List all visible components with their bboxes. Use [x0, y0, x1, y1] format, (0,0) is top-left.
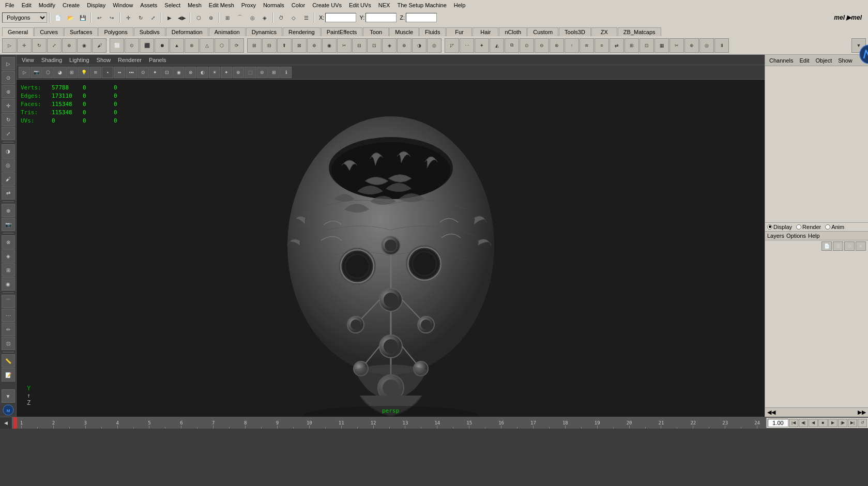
lt-paint-icon[interactable]: 🖌: [2, 172, 15, 186]
lt-ep-curve-icon[interactable]: ⋯: [2, 309, 15, 322]
shelf-poly-sphere-icon[interactable]: ⊙: [125, 38, 139, 53]
shelf-poly-cube-icon[interactable]: ⬛: [140, 38, 154, 53]
lasso-icon[interactable]: ⊛: [205, 12, 217, 23]
vp-hud-icon[interactable]: ℹ: [280, 67, 292, 78]
vp-frame-all-icon[interactable]: ⬚: [245, 67, 256, 78]
vp-menu-renderer[interactable]: Renderer: [115, 56, 145, 64]
options-btn[interactable]: Options: [786, 233, 806, 239]
shelf-poly-prism-icon[interactable]: △: [200, 38, 214, 53]
display-radio[interactable]: Display: [767, 224, 792, 230]
shelf-tab-animation[interactable]: Animation: [209, 27, 246, 36]
vp-display-quality-low-icon[interactable]: ▪: [102, 67, 113, 78]
vp-menu-shading[interactable]: Shading: [38, 56, 65, 64]
shelf-wedge-icon[interactable]: ◭: [490, 38, 504, 53]
timeline-ruler[interactable]: 1 2 3 4 5 6 7 8 9 10 11 12 13 1: [12, 417, 766, 429]
shelf-separate-icon[interactable]: ⊟: [262, 38, 277, 53]
shelf-tab-hair[interactable]: Hair: [473, 27, 498, 36]
menu-mesh[interactable]: Mesh: [185, 2, 205, 9]
shelf-sculpt-icon[interactable]: ◎: [427, 38, 441, 53]
lt-soft-mod-icon[interactable]: ◑: [2, 144, 15, 158]
loop-btn[interactable]: ↺: [858, 419, 867, 427]
shelf-tab-ncloth[interactable]: nCloth: [499, 27, 527, 36]
shelf-duplicate-face-icon[interactable]: ⧉: [505, 38, 519, 53]
goto-start-btn[interactable]: |◀: [789, 419, 798, 427]
layer-more-icon[interactable]: ▼: [856, 241, 866, 251]
outliner-icon[interactable]: ☰: [300, 12, 312, 23]
lt-skin-icon[interactable]: ◉: [2, 277, 15, 291]
shelf-relax-uv-icon[interactable]: ◎: [699, 38, 714, 53]
redo-icon[interactable]: ↪: [106, 12, 117, 23]
lt-move-icon[interactable]: ✛: [2, 99, 15, 112]
shelf-cut-uv-icon[interactable]: ✂: [669, 38, 684, 53]
menu-window[interactable]: Window: [110, 2, 136, 9]
stop-btn[interactable]: ■: [818, 419, 828, 427]
vp-fog-icon[interactable]: ≋: [90, 67, 101, 78]
vp-menu-lighting[interactable]: Lighting: [66, 56, 93, 64]
play-fwd-btn[interactable]: ▶: [828, 419, 837, 427]
frame-step-back[interactable]: ◀: [0, 417, 12, 429]
shelf-tab-painteffects[interactable]: PaintEffects: [321, 27, 363, 36]
menu-display[interactable]: Display: [84, 2, 109, 9]
vp-display-quality-high-icon[interactable]: ▪▪▪: [126, 67, 137, 78]
lt-measure-icon[interactable]: 📏: [2, 354, 15, 368]
shelf-poke-icon[interactable]: ✦: [475, 38, 489, 53]
shelf-uv-icon[interactable]: ⊞: [625, 38, 639, 53]
lt-paint-select-icon[interactable]: ⊙: [2, 71, 15, 84]
shelf-merge-icon[interactable]: ⊕: [397, 38, 412, 53]
lt-three-pt-icon[interactable]: ⊡: [2, 337, 15, 350]
menu-create-uvs[interactable]: Create UVs: [309, 2, 345, 9]
hypershade-icon[interactable]: ◇: [288, 12, 299, 23]
shelf-tab-custom[interactable]: Custom: [527, 27, 558, 36]
play-back-btn[interactable]: ◀: [809, 419, 818, 427]
shelf-tab-toon[interactable]: Toon: [363, 27, 389, 36]
snap-point-icon[interactable]: ◎: [247, 12, 258, 23]
vp-display-quality-med-icon[interactable]: ▪▪: [114, 67, 125, 78]
vp-isolate-icon[interactable]: ⊜: [256, 67, 268, 78]
menu-assets[interactable]: Assets: [137, 2, 160, 9]
menu-select[interactable]: Select: [161, 2, 184, 9]
shelf-combine-icon[interactable]: ⊞: [247, 38, 262, 53]
vp-shaded-wire-icon[interactable]: ⊡: [161, 67, 173, 78]
nav-next[interactable]: ▶▶: [858, 409, 866, 416]
shelf-layout-uv-icon[interactable]: ▦: [654, 38, 669, 53]
vp-menu-view[interactable]: View: [19, 56, 37, 64]
shelf-tab-surfaces[interactable]: Surfaces: [64, 27, 98, 36]
shelf-transfer-icon[interactable]: ⇄: [610, 38, 624, 53]
new-layer-icon[interactable]: 📄: [821, 241, 832, 251]
lt-joint-icon[interactable]: ◈: [2, 249, 15, 263]
vp-show-all-icon[interactable]: ◉: [173, 67, 185, 78]
shelf-scale-icon[interactable]: ⤢: [47, 38, 62, 53]
shelf-normals-icon[interactable]: ↑: [565, 38, 579, 53]
display-radio-button[interactable]: [767, 224, 772, 230]
vp-no-lights-icon[interactable]: ⊗: [185, 67, 196, 78]
menu-file[interactable]: File: [2, 2, 18, 9]
step-back-btn[interactable]: ◀|: [799, 419, 808, 427]
shelf-move-icon[interactable]: ✛: [17, 38, 32, 53]
shelf-tab-dynamics[interactable]: Dynamics: [246, 27, 282, 36]
render-icon[interactable]: ▶: [164, 12, 175, 23]
y-input[interactable]: [366, 13, 397, 22]
shelf-smooth-icon[interactable]: ◑: [412, 38, 427, 53]
shelf-tab-fluids[interactable]: Fluids: [419, 27, 446, 36]
shelf-poly-cone-icon[interactable]: ▲: [170, 38, 184, 53]
vp-wireframe-icon[interactable]: ⬡: [42, 67, 54, 78]
nav-prev[interactable]: ◀◀: [767, 409, 775, 416]
shelf-poly-plane-icon[interactable]: ⬜: [110, 38, 124, 53]
shelf-split-icon[interactable]: ✂: [337, 38, 352, 53]
vp-select-icon[interactable]: ▷: [19, 67, 30, 78]
rotate-icon[interactable]: ↻: [135, 12, 146, 23]
vp-default-light-icon[interactable]: ☀: [209, 67, 220, 78]
shelf-tab-fur[interactable]: Fur: [446, 27, 472, 36]
menu-edit-uvs[interactable]: Edit UVs: [346, 2, 374, 9]
open-file-icon[interactable]: 📂: [65, 12, 76, 23]
x-input[interactable]: [325, 13, 356, 22]
shelf-transform-icon[interactable]: ⊕: [62, 38, 77, 53]
menu-edit[interactable]: Edit: [19, 2, 35, 9]
vp-all-lights-icon[interactable]: ✦: [221, 67, 232, 78]
layers-help-btn[interactable]: Help: [808, 233, 820, 239]
shelf-fill-hole-icon[interactable]: ◉: [322, 38, 337, 53]
shelf-tab-polygons[interactable]: Polygons: [98, 27, 133, 36]
shelf-tab-deformation[interactable]: Deformation: [166, 27, 208, 36]
lt-select-icon[interactable]: ▷: [2, 57, 15, 70]
vp-lights-icon[interactable]: 💡: [78, 67, 89, 78]
